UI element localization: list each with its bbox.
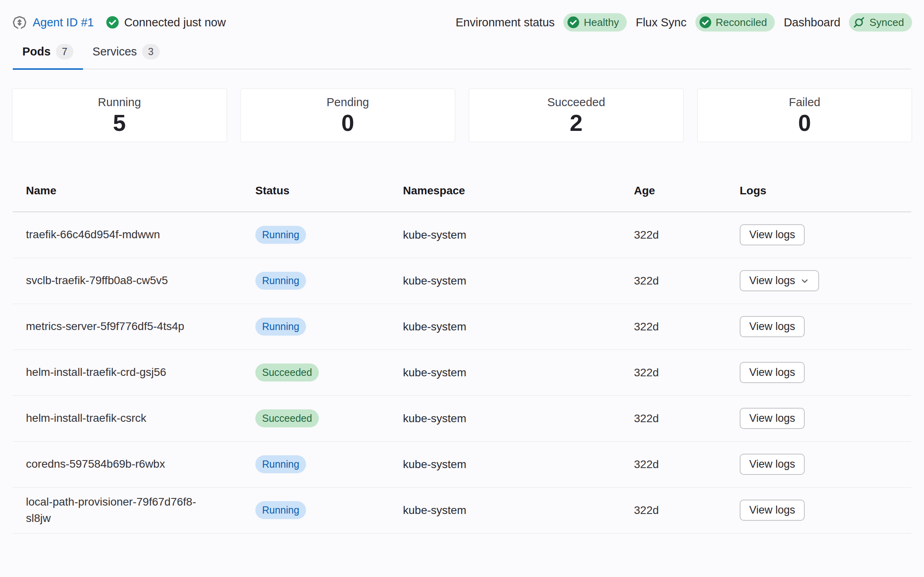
table-header-row: Name Status Namespace Age Logs <box>13 179 911 212</box>
pod-namespace: kube-system <box>403 275 629 287</box>
view-logs-button[interactable]: View logs <box>740 224 805 245</box>
pod-name: helm-install-traefik-csrck <box>26 410 255 427</box>
chevron-down-icon <box>800 276 809 286</box>
view-logs-label: View logs <box>749 412 795 425</box>
table-row: helm-install-traefik-csrck Succeeded kub… <box>13 396 911 442</box>
reconciled-badge: Reconciled <box>695 13 775 32</box>
stat-card-value: 5 <box>113 111 126 134</box>
tab-services-count-badge: 3 <box>142 44 160 59</box>
healthy-badge-text: Healthy <box>584 16 619 29</box>
pod-logs-cell: View logs <box>740 500 911 521</box>
view-logs-label: View logs <box>749 320 795 333</box>
pod-status-cell: Succeeded <box>255 409 403 427</box>
dashboard-label: Dashboard <box>784 16 840 29</box>
stat-card-title: Pending <box>327 96 369 109</box>
view-logs-button[interactable]: View logs <box>740 454 805 475</box>
synced-badge: Synced <box>849 13 912 32</box>
pod-logs-cell: View logs <box>740 316 911 337</box>
pod-namespace: kube-system <box>403 504 629 517</box>
agent-connection-group: Agent ID #1 Connected just now <box>12 15 226 30</box>
table-row: coredns-597584b69b-r6wbx Running kube-sy… <box>13 442 911 488</box>
sync-commit-icon <box>853 16 865 29</box>
table-row: svclb-traefik-79ffb0a8-cw5v5 Running kub… <box>13 258 911 304</box>
environment-status-label: Environment status <box>456 16 555 29</box>
status-badge: Running <box>255 318 306 336</box>
view-logs-button[interactable]: View logs <box>740 270 819 291</box>
column-header-namespace: Namespace <box>403 184 629 197</box>
pod-name: metrics-server-5f9f776df5-4ts4p <box>26 318 255 335</box>
pod-logs-cell: View logs <box>740 270 911 291</box>
flux-sync-label: Flux Sync <box>636 16 686 29</box>
pod-age: 322d <box>629 229 740 241</box>
stat-card-running: Running 5 <box>12 89 227 142</box>
healthy-badge: Healthy <box>563 13 627 32</box>
connection-status-text: Connected just now <box>124 16 226 29</box>
status-badge: Succeeded <box>255 364 319 381</box>
topbar: Agent ID #1 Connected just now Environme… <box>0 0 924 33</box>
view-logs-label: View logs <box>749 458 795 470</box>
pod-name: helm-install-traefik-crd-gsj56 <box>26 364 255 381</box>
tab-pods-label: Pods <box>22 45 51 58</box>
stat-card-title: Failed <box>789 96 820 109</box>
table-row: metrics-server-5f9f776df5-4ts4p Running … <box>13 304 911 350</box>
pod-namespace: kube-system <box>403 366 629 379</box>
pod-logs-cell: View logs <box>740 224 911 245</box>
agent-id-link[interactable]: Agent ID #1 <box>33 16 94 29</box>
pod-logs-cell: View logs <box>740 408 911 429</box>
view-logs-button[interactable]: View logs <box>740 408 805 429</box>
status-badge: Running <box>255 455 306 473</box>
view-logs-button[interactable]: View logs <box>740 500 805 521</box>
status-badge: Succeeded <box>255 409 319 427</box>
pod-age: 322d <box>629 320 740 333</box>
pod-namespace: kube-system <box>403 229 629 241</box>
pod-logs-cell: View logs <box>740 362 911 383</box>
pods-table: Name Status Namespace Age Logs traefik-6… <box>13 179 911 534</box>
pod-age: 322d <box>629 275 740 287</box>
pod-name: svclb-traefik-79ffb0a8-cw5v5 <box>26 273 255 289</box>
pod-summary-cards: Running 5 Pending 0 Succeeded 2 Failed 0 <box>12 89 912 142</box>
stat-card-failed: Failed 0 <box>697 89 912 142</box>
pod-name: traefik-66c46d954f-mdwwn <box>26 227 255 243</box>
tab-bar: Pods 7 Services 3 <box>13 40 911 69</box>
pod-name: coredns-597584b69b-r6wbx <box>26 456 255 472</box>
agent-heptagon-icon <box>12 15 27 30</box>
stat-card-title: Succeeded <box>547 96 605 109</box>
column-header-status: Status <box>255 184 403 197</box>
status-badge: Running <box>255 501 306 519</box>
tab-services[interactable]: Services 3 <box>83 40 169 70</box>
table-row: local-path-provisioner-79f67d76f8-sl8jw … <box>13 488 911 534</box>
view-logs-button[interactable]: View logs <box>740 316 805 337</box>
pod-status-cell: Running <box>255 318 403 336</box>
pod-age: 322d <box>629 504 740 517</box>
pod-status-cell: Running <box>255 226 403 244</box>
check-circle-icon <box>567 16 580 29</box>
check-circle-icon <box>106 16 119 29</box>
view-logs-label: View logs <box>749 366 795 379</box>
pods-table-body: traefik-66c46d954f-mdwwn Running kube-sy… <box>13 212 911 534</box>
pod-status-cell: Running <box>255 272 403 290</box>
pod-status-cell: Running <box>255 455 403 473</box>
status-badge: Running <box>255 226 306 244</box>
stat-card-succeeded: Succeeded 2 <box>469 89 684 142</box>
column-header-age: Age <box>629 184 740 197</box>
stat-card-value: 2 <box>570 111 582 134</box>
pod-age: 322d <box>629 458 740 471</box>
pod-logs-cell: View logs <box>740 454 911 475</box>
table-row: traefik-66c46d954f-mdwwn Running kube-sy… <box>13 212 911 258</box>
pod-namespace: kube-system <box>403 458 629 471</box>
tab-pods[interactable]: Pods 7 <box>13 40 83 70</box>
stat-card-title: Running <box>98 96 141 109</box>
pod-namespace: kube-system <box>403 412 629 425</box>
view-logs-label: View logs <box>749 504 795 516</box>
pod-age: 322d <box>629 366 740 379</box>
stat-card-pending: Pending 0 <box>241 89 456 142</box>
view-logs-button[interactable]: View logs <box>740 362 805 383</box>
view-logs-label: View logs <box>749 275 795 287</box>
pod-name: local-path-provisioner-79f67d76f8-sl8jw <box>26 494 255 526</box>
pod-namespace: kube-system <box>403 320 629 333</box>
environment-badges: Environment status Healthy Flux Sync Rec… <box>456 13 912 32</box>
column-header-logs: Logs <box>740 184 911 197</box>
pod-status-cell: Running <box>255 501 403 519</box>
stat-card-value: 0 <box>798 111 811 134</box>
reconciled-badge-text: Reconciled <box>716 16 767 29</box>
